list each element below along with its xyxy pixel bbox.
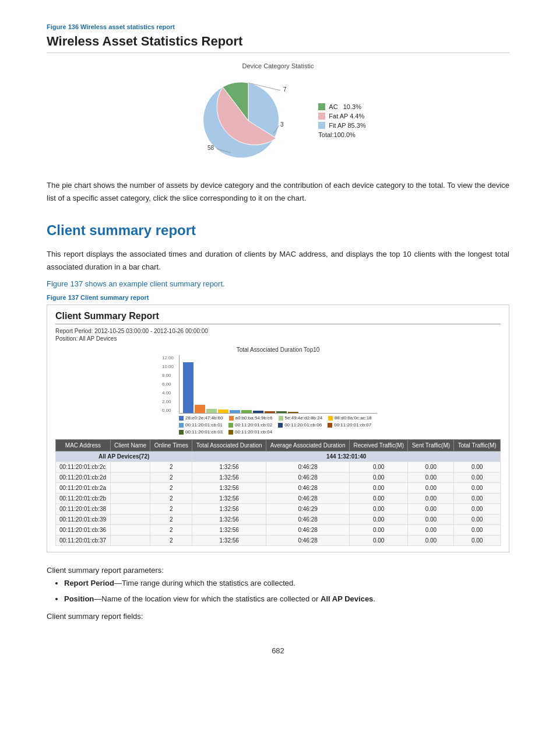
group-header-row: All AP Devices(72) 144 1:32:01:40 [56, 452, 501, 462]
table-row: 00:11:20:01:cb:2d21:32:560:46:280.000.00… [56, 473, 501, 483]
wireless-description: The pie chart shows the number of assets… [47, 179, 509, 205]
pie-chart-svg[interactable]: 7 3 58 [190, 74, 307, 167]
y-axis-12: 12.00 [162, 355, 174, 360]
legend-label-fatap: Fat AP 4.4% [329, 113, 364, 120]
page-number: 682 [47, 646, 509, 655]
bar-8[interactable] [265, 411, 275, 413]
pie-chart-section: Device Category Statistic 7 3 58 [47, 62, 509, 167]
params-list: Report Period—Time range during which th… [64, 577, 509, 605]
bar-9[interactable] [276, 411, 287, 413]
figure136-section: Figure 136 Wireless asset statistics rep… [47, 23, 509, 205]
figure136-label: Figure 136 Wireless asset statistics rep… [47, 23, 509, 30]
table-row: 00:11:20:01:cb:2b21:32:560:46:280.000.00… [56, 494, 501, 504]
col-header-recv: Received Traffic(M) [350, 440, 408, 452]
figure137-ref: Figure 137 shows an example client summa… [47, 279, 509, 288]
bar-legend-10: 00:11:20:01:cb:04 [228, 429, 272, 435]
bar-chart-wrapper: Total Associated Duration Top10 12.00 10… [55, 346, 501, 435]
report-period: Report Period: 2012-10-25 03:00:00 - 201… [55, 328, 501, 334]
client-summary-title: Client summary report [47, 222, 509, 239]
bar-5[interactable] [230, 410, 240, 413]
bar-legend-color-2 [229, 416, 234, 421]
bar-legend-color-7 [278, 423, 283, 428]
client-data-table: MAC Address Client Name Online Times Tot… [55, 439, 501, 546]
legend-label-fitap: Fit AP 85.3% [329, 122, 365, 129]
bar-2[interactable] [195, 405, 205, 414]
group-value: 144 1:32:01:40 [192, 452, 501, 462]
table-row: 00:11:20:01:cb:3821:32:560:46:290.000.00… [56, 504, 501, 514]
y-axis-10: 10.00 [162, 364, 174, 369]
pie-chart-area: 7 3 58 AC 10.3% Fat AP 4.4% [190, 74, 365, 167]
bar-legend-color-3 [279, 416, 283, 421]
table-row: 00:11:20:01:cb:3721:32:560:46:280.000.00… [56, 536, 501, 546]
bar-legend-color-1 [179, 416, 184, 421]
legend-color-ac [318, 103, 325, 110]
col-header-sent: Sent Traffic(M) [408, 440, 454, 452]
legend-color-fatap [318, 113, 325, 120]
group-label: All AP Devices(72) [56, 452, 192, 462]
pie-label-7: 7 [283, 86, 287, 93]
param-report-period: Report Period—Time range during which th… [64, 577, 509, 590]
bar-10[interactable] [288, 412, 298, 413]
pie-label-58: 58 [207, 145, 214, 151]
bar-3[interactable] [206, 409, 217, 413]
bar-legend-7: 00:11:20:01:cb:06 [278, 422, 322, 428]
bar-legend-color-4 [328, 416, 333, 421]
figure137-ref-link[interactable]: Figure 137 [47, 279, 83, 288]
bar-legend-6: 00:11:20:01:cb:02 [228, 422, 272, 428]
y-axis-0: 0.00 [162, 408, 174, 413]
table-row: 00:11:20:01:cb:2c21:32:560:46:280.000.00… [56, 462, 501, 473]
params-section: Client summary report parameters: Report… [47, 564, 509, 622]
bar-legend-4: 88:d0:6a:0c:ac:18 [328, 415, 372, 421]
bar-chart-title: Total Associated Duration Top10 [179, 346, 377, 353]
legend-color-fitap [318, 122, 325, 129]
legend-label-ac: AC 10.3% [329, 103, 361, 110]
bar-4[interactable] [218, 410, 228, 413]
bar-legend-2: a0:b0:ba:54:9b:c6 [229, 415, 273, 421]
y-axis-8: 8.00 [162, 373, 174, 378]
col-header-mac: MAC Address [56, 440, 111, 452]
bar-legend-9: 00:11:20:01:cb:03 [179, 429, 223, 435]
bar-1[interactable] [183, 362, 193, 413]
legend-item-fitap: Fit AP 85.3% [318, 122, 365, 129]
bar-legend-color-6 [228, 423, 233, 428]
bar-7[interactable] [253, 411, 263, 413]
report-position: Position: All AP Devices [55, 335, 501, 342]
table-row: 00:11:20:01:cb:3621:32:560:46:280.000.00… [56, 525, 501, 536]
bar-6[interactable] [241, 410, 252, 413]
col-header-name: Client Name [110, 440, 150, 452]
pie-legend: AC 10.3% Fat AP 4.4% Fit AP 85.3% Total:… [318, 103, 365, 138]
client-summary-report-box: Client Summary Report Report Period: 201… [47, 304, 509, 552]
bar-legend-color-8 [328, 423, 332, 428]
bar-legend: 28:e0:2e:47:4b:60 a0:b0:ba:54:9b:c6 5e:4… [179, 415, 377, 435]
col-header-total-dur: Total Associated Duration [192, 440, 266, 452]
y-axis-2: 2.00 [162, 399, 174, 404]
bar-chart-area: Total Associated Duration Top10 12.00 10… [179, 346, 377, 435]
figure137-label: Figure 137 Client summary report [47, 294, 509, 301]
client-summary-desc: This report displays the associated time… [47, 248, 509, 274]
legend-item-total: Total:100.0% [318, 131, 365, 138]
params-title: Client summary report parameters: [47, 564, 509, 577]
bar-legend-3: 5e:49:4e:d2:8b:24 [279, 415, 323, 421]
pie-label-3: 3 [280, 121, 284, 128]
bar-legend-8: 00:11:20:01:cb:07 [328, 422, 371, 428]
col-header-total-traffic: Total Traffic(M) [454, 440, 501, 452]
col-header-avg-dur: Average Associated Duration [266, 440, 350, 452]
y-axis-6: 6.00 [162, 382, 174, 387]
table-row: 00:11:20:01:cb:2a21:32:560:46:280.000.00… [56, 483, 501, 494]
wireless-report-title: Wireless Asset Statistics Report [47, 34, 509, 53]
legend-item-fatap: Fat AP 4.4% [318, 113, 365, 120]
figure137-ref-text: shows an example client summary report. [85, 279, 225, 288]
client-summary-section: Client summary report This report displa… [47, 222, 509, 623]
client-report-title: Client Summary Report [55, 311, 501, 324]
bar-legend-color-10 [228, 430, 233, 435]
bar-legend-1: 28:e0:2e:47:4b:60 [179, 415, 223, 421]
bar-legend-5: 00:11:20:01:cb:01 [179, 422, 223, 428]
legend-item-ac: AC 10.3% [318, 103, 365, 110]
y-axis-4: 4.00 [162, 390, 174, 396]
pie-chart-title: Device Category Statistic [242, 62, 314, 69]
table-row: 00:11:20:01:cb:3921:32:560:46:280.000.00… [56, 514, 501, 525]
pie-container: Device Category Statistic 7 3 58 [156, 62, 400, 167]
fields-title: Client summary report fields: [47, 610, 509, 623]
bar-legend-color-9 [179, 430, 184, 435]
col-header-online: Online Times [150, 440, 192, 452]
